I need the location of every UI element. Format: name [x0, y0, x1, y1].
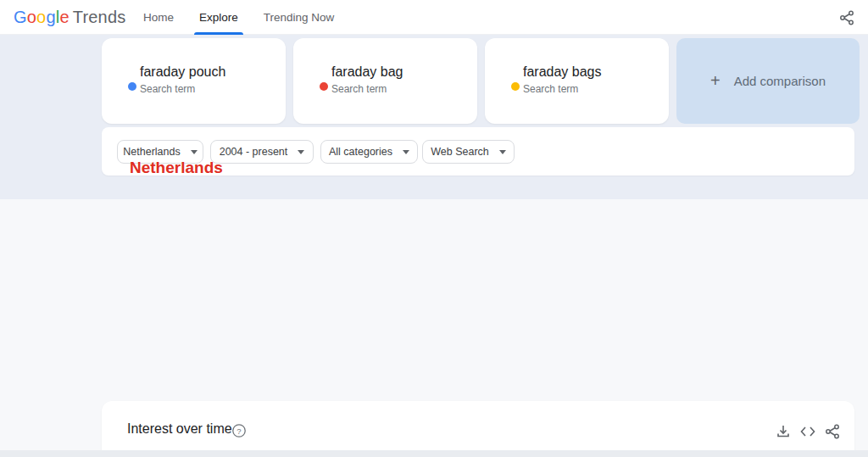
- category-filter-dropdown[interactable]: All categories: [320, 140, 418, 164]
- term-card[interactable]: faraday bags Search term: [485, 38, 669, 124]
- page-bottom-strip: [0, 450, 868, 457]
- app-header: GoogleTrends Home Explore Trending Now: [0, 0, 868, 35]
- time-filter-dropdown[interactable]: 2004 - present: [210, 140, 314, 164]
- term-title: faraday pouch: [140, 64, 225, 80]
- chevron-down-icon: [499, 150, 506, 154]
- nav-explore[interactable]: Explore: [198, 0, 240, 35]
- term-card[interactable]: faraday bag Search term: [293, 38, 477, 124]
- search-type-filter-dropdown[interactable]: Web Search: [422, 140, 515, 164]
- series-color-dot: [128, 82, 136, 91]
- plus-icon: +: [710, 71, 721, 91]
- share-icon[interactable]: [823, 422, 842, 441]
- trends-wordmark: Trends: [73, 8, 126, 26]
- chevron-down-icon: [191, 150, 198, 154]
- main-nav: Home Explore Trending Now: [142, 0, 336, 35]
- chevron-down-icon: [403, 150, 409, 154]
- main-content: 255075100NoteNoteNoteJan 1, 2004Jun 1, 2…: [0, 199, 868, 457]
- nav-trending-now[interactable]: Trending Now: [262, 0, 337, 35]
- add-comparison-label: Add comparison: [734, 74, 826, 88]
- red-annotation-text: Netherlands: [130, 159, 223, 177]
- term-type-label: Search term: [331, 83, 387, 95]
- series-color-dot: [320, 82, 328, 91]
- share-icon[interactable]: [837, 8, 856, 27]
- series-color-dot: [511, 82, 520, 91]
- category-filter-value: All categories: [329, 146, 392, 158]
- time-filter-value: 2004 - present: [220, 146, 288, 158]
- nav-home[interactable]: Home: [142, 0, 175, 35]
- interest-over-time-card: 255075100NoteNoteNoteJan 1, 2004Jun 1, 2…: [102, 401, 854, 457]
- search-type-filter-value: Web Search: [431, 146, 489, 158]
- term-title: faraday bags: [523, 64, 602, 80]
- add-comparison-button[interactable]: + Add comparison: [676, 38, 860, 124]
- term-title: faraday bag: [331, 64, 403, 80]
- google-trends-logo[interactable]: GoogleTrends: [14, 8, 125, 27]
- chevron-down-icon: [298, 150, 304, 154]
- term-type-label: Search term: [140, 83, 195, 95]
- chart-title: Interest over time: [127, 421, 232, 437]
- download-icon[interactable]: [774, 422, 793, 441]
- svg-text:?: ?: [236, 426, 241, 436]
- help-icon[interactable]: ?: [231, 423, 247, 438]
- term-card[interactable]: faraday pouch Search term: [102, 38, 286, 124]
- term-type-label: Search term: [523, 83, 578, 95]
- embed-icon[interactable]: [798, 422, 817, 441]
- google-wordmark: Google: [14, 8, 70, 26]
- geo-filter-value: Netherlands: [123, 146, 180, 158]
- comparison-strip: faraday pouch Search term faraday bag Se…: [0, 35, 868, 199]
